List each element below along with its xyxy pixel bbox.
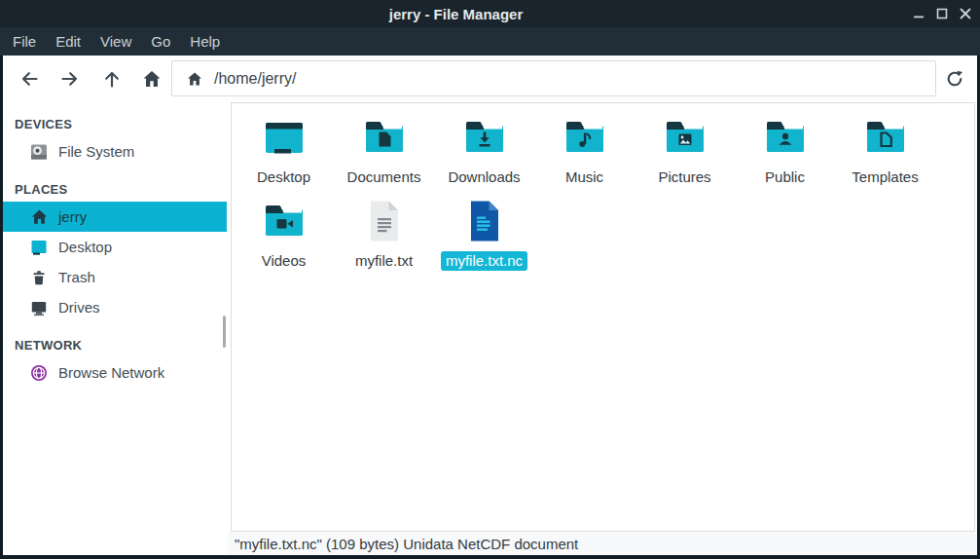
menu-view[interactable]: View	[91, 27, 141, 56]
back-icon	[18, 68, 40, 90]
file-label: Videos	[257, 251, 311, 271]
sidebar-header-devices: DEVICES	[15, 117, 227, 131]
network-globe-icon	[29, 363, 49, 383]
sidebar-scrollbar[interactable]	[223, 316, 226, 348]
file-label: Public	[760, 168, 810, 187]
sidebar-item-desktop[interactable]: Desktop	[3, 232, 227, 262]
file-item-templates[interactable]: Templates	[835, 110, 935, 194]
up-button[interactable]	[99, 66, 124, 91]
home-icon	[141, 68, 163, 90]
sidebar-item-label: Drives	[58, 299, 100, 316]
file-item-music[interactable]: Music	[534, 110, 635, 194]
file-label: myfile.txt	[350, 251, 417, 271]
titlebar: jerry - File Manager	[0, 0, 980, 27]
sidebar-header-places: PLACES	[15, 182, 227, 197]
sidebar-item-label: Desktop	[58, 239, 112, 255]
file-item-pictures[interactable]: Pictures	[635, 110, 735, 194]
sidebar-item-file-system[interactable]: File System	[3, 136, 227, 167]
file-item-myfile-txt[interactable]: myfile.txt	[334, 194, 434, 278]
sidebar-item-label: File System	[58, 143, 134, 160]
path-home-icon	[186, 70, 203, 88]
menu-edit[interactable]: Edit	[46, 27, 91, 56]
menu-file[interactable]: File	[3, 27, 46, 56]
home-button[interactable]	[139, 66, 163, 91]
up-icon	[101, 68, 123, 90]
path-bar[interactable]: /home/jerry/	[171, 60, 936, 96]
status-text: "myfile.txt.nc" (109 bytes) Unidata NetC…	[235, 536, 578, 552]
netcdf-file-icon	[468, 194, 501, 248]
body-area: DEVICES File System PLACES jerry	[3, 101, 977, 555]
file-grid: Desktop Documents	[232, 103, 971, 278]
folder-documents-icon	[361, 110, 408, 165]
desktop-icon	[29, 238, 49, 257]
file-label: Downloads	[443, 168, 525, 187]
status-bar: "myfile.txt.nc" (109 bytes) Unidata NetC…	[228, 533, 977, 555]
sidebar: DEVICES File System PLACES jerry	[3, 101, 227, 555]
file-item-downloads[interactable]: Downloads	[434, 110, 534, 194]
file-manager-window: jerry - File Manager File Edit View Go H…	[0, 0, 980, 559]
file-view[interactable]: Desktop Documents	[231, 102, 975, 532]
file-label: Music	[561, 168, 608, 187]
minimize-button[interactable]	[912, 7, 926, 20]
folder-public-icon	[762, 110, 809, 165]
close-icon	[959, 7, 972, 20]
file-label: Templates	[847, 168, 923, 187]
maximize-icon	[935, 7, 949, 20]
folder-music-icon	[562, 110, 608, 165]
sidebar-item-drives[interactable]: Drives	[3, 292, 227, 322]
file-item-myfile-txt-nc[interactable]: myfile.txt.nc	[434, 194, 534, 278]
file-label: Desktop	[252, 168, 315, 187]
folder-templates-icon	[862, 110, 909, 165]
file-item-desktop[interactable]: Desktop	[234, 110, 334, 194]
forward-icon	[59, 68, 81, 90]
drives-icon	[29, 298, 49, 317]
menu-help[interactable]: Help	[180, 27, 230, 56]
folder-pictures-icon	[662, 110, 708, 165]
forward-button[interactable]	[57, 66, 82, 91]
minimize-icon	[912, 7, 926, 20]
menubar: File Edit View Go Help	[0, 27, 980, 56]
file-label-selected: myfile.txt.nc	[441, 251, 527, 271]
back-button[interactable]	[17, 66, 41, 91]
trash-icon	[29, 268, 49, 287]
text-file-icon	[368, 194, 401, 248]
sidebar-header-network: NETWORK	[15, 338, 227, 353]
file-label: Documents	[343, 168, 426, 187]
file-item-documents[interactable]: Documents	[334, 110, 434, 194]
window-controls	[912, 0, 972, 27]
window-title: jerry - File Manager	[0, 0, 912, 27]
sidebar-item-browse-network[interactable]: Browse Network	[3, 357, 227, 388]
home-icon	[29, 207, 49, 227]
maximize-button[interactable]	[935, 7, 949, 20]
sidebar-item-label: jerry	[58, 208, 87, 225]
menu-go[interactable]: Go	[141, 27, 180, 56]
sidebar-item-label: Trash	[58, 269, 95, 285]
folder-downloads-icon	[461, 110, 508, 165]
drive-harddisk-icon	[29, 142, 49, 162]
folder-videos-icon	[261, 194, 308, 248]
sidebar-item-label: Browse Network	[58, 364, 164, 381]
path-text: /home/jerry/	[214, 70, 296, 88]
file-item-videos[interactable]: Videos	[234, 194, 334, 278]
close-button[interactable]	[959, 7, 972, 20]
file-label: Pictures	[653, 168, 715, 187]
reload-button[interactable]	[942, 66, 966, 91]
toolbar: /home/jerry/	[3, 56, 977, 101]
user-desktop-icon	[261, 110, 308, 165]
sidebar-item-jerry[interactable]: jerry	[3, 202, 227, 232]
file-item-public[interactable]: Public	[735, 110, 835, 194]
sidebar-item-trash[interactable]: Trash	[3, 262, 227, 292]
reload-icon	[944, 68, 965, 90]
